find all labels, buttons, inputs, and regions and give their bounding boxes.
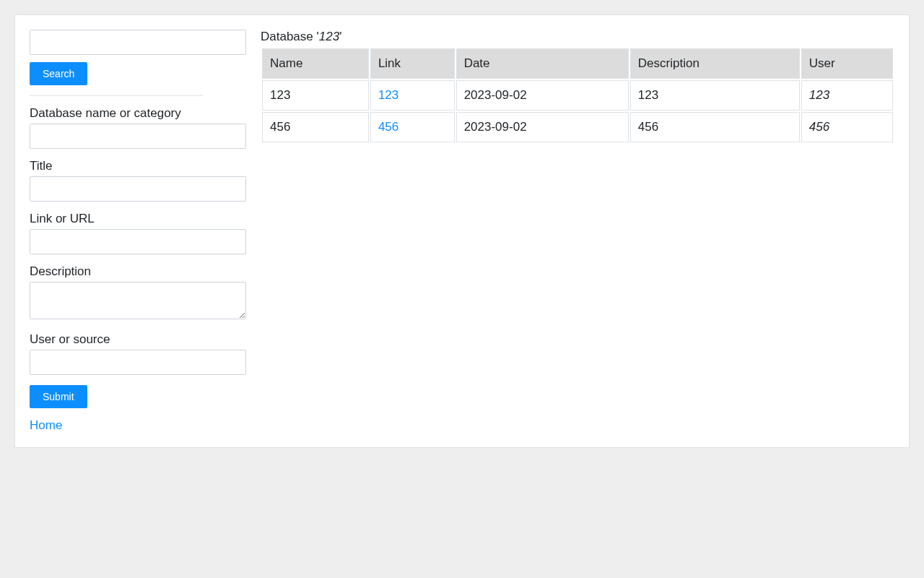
link-label: Link or URL [30, 212, 246, 226]
col-link: Link [370, 48, 455, 79]
user-label: User or source [30, 332, 246, 347]
cell-link: 123 [370, 80, 455, 111]
submit-button[interactable]: Submit [30, 385, 87, 408]
table-row: 456 456 2023-09-02 456 456 [262, 112, 893, 142]
title-field-group: Title [30, 159, 246, 202]
cell-description: 456 [630, 112, 800, 142]
main-container: Search Database name or category Title L… [14, 14, 910, 448]
cell-name: 456 [262, 112, 369, 142]
cell-link: 456 [370, 112, 455, 142]
title-input[interactable] [30, 176, 246, 202]
divider [30, 95, 203, 96]
user-input[interactable] [30, 350, 246, 375]
user-field-group: User or source [30, 332, 246, 375]
cell-description: 123 [630, 80, 800, 111]
row-link[interactable]: 123 [378, 88, 398, 102]
description-field-group: Description [30, 264, 246, 322]
cell-date: 2023-09-02 [456, 80, 629, 111]
page-title-prefix: Database ' [261, 30, 319, 43]
search-group: Search [30, 30, 246, 85]
link-input[interactable] [30, 229, 246, 254]
main-content: Database '123' Name Link Date Descriptio… [246, 30, 894, 433]
database-field-group: Database name or category [30, 106, 246, 149]
page-title-dbname: 123 [319, 30, 339, 43]
col-user: User [801, 48, 893, 79]
description-label: Description [30, 264, 246, 279]
cell-user: 123 [801, 80, 893, 111]
description-input[interactable] [30, 282, 246, 319]
cell-date: 2023-09-02 [456, 112, 629, 142]
title-label: Title [30, 159, 246, 173]
row-link[interactable]: 456 [378, 120, 398, 134]
page-title: Database '123' [261, 30, 894, 44]
table-row: 123 123 2023-09-02 123 123 [262, 80, 893, 111]
link-field-group: Link or URL [30, 212, 246, 254]
page-title-suffix: ' [339, 30, 341, 43]
database-label: Database name or category [30, 106, 246, 121]
database-input[interactable] [30, 124, 246, 149]
table-header-row: Name Link Date Description User [262, 48, 893, 79]
home-link[interactable]: Home [30, 418, 62, 433]
col-date: Date [456, 48, 629, 79]
col-name: Name [262, 48, 369, 79]
col-description: Description [630, 48, 800, 79]
search-button[interactable]: Search [30, 62, 87, 85]
search-input[interactable] [30, 30, 246, 55]
cell-name: 123 [262, 80, 369, 111]
sidebar: Search Database name or category Title L… [30, 30, 246, 433]
cell-user: 456 [801, 112, 893, 142]
results-table: Name Link Date Description User 123 123 … [261, 47, 894, 144]
